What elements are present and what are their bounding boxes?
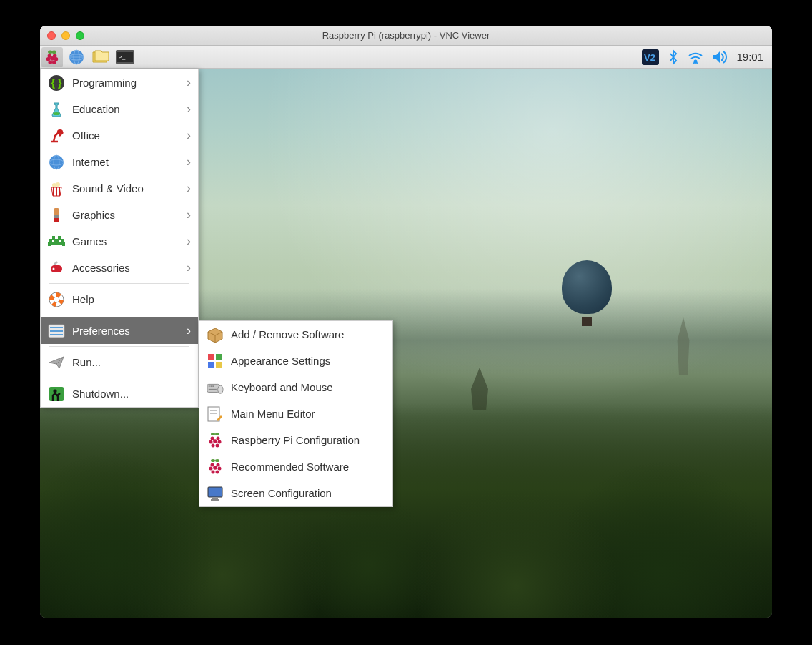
vnc-tray-icon[interactable]: V2 — [642, 49, 659, 65]
menu-item-help[interactable]: Help — [41, 286, 198, 312]
folder-icon — [92, 50, 109, 64]
svg-point-70 — [212, 443, 215, 447]
svg-rect-33 — [49, 239, 64, 245]
preferences-icon — [48, 322, 65, 340]
lamp-icon — [48, 127, 65, 144]
svg-rect-56 — [211, 385, 212, 387]
submenu-item-add-remove-software[interactable]: Add / Remove Software — [199, 321, 392, 348]
bluetooth-tray-icon[interactable] — [668, 49, 679, 65]
menu-item-label: Accessories — [72, 262, 130, 274]
terminal-icon: >_ — [116, 50, 134, 64]
submenu-item-recommended-software[interactable]: Recommended Software — [199, 453, 392, 480]
svg-rect-53 — [216, 362, 222, 368]
invader-icon — [48, 233, 65, 250]
keyboard-mouse-icon — [207, 379, 224, 396]
svg-point-22 — [57, 129, 63, 134]
menu-item-preferences[interactable]: Preferences — [41, 317, 198, 344]
svg-rect-36 — [52, 236, 55, 239]
submenu-item-screen-configuration[interactable]: Screen Configuration — [199, 480, 392, 506]
raspberry-icon — [207, 458, 224, 476]
start-menu-button[interactable] — [41, 47, 63, 67]
titlebar: Raspberry Pi (raspberrypi) - VNC Viewer — [40, 26, 772, 46]
submenu-item-main-menu-editor[interactable]: Main Menu Editor — [199, 400, 392, 427]
exit-icon — [48, 385, 65, 403]
taskbar: >_ V2 — [40, 46, 772, 69]
svg-point-71 — [216, 443, 219, 447]
menu-item-label: Sound & Video — [72, 182, 144, 195]
svg-rect-27 — [56, 187, 57, 196]
menu-item-label: Education — [72, 103, 120, 115]
menu-item-label: Preferences — [72, 325, 130, 337]
globe-icon — [48, 154, 65, 171]
menu-item-label: Run... — [72, 356, 101, 368]
wallpaper-balloon — [562, 260, 619, 339]
menu-item-shutdown[interactable]: Shutdown... — [41, 380, 198, 407]
minimize-window-button[interactable] — [61, 31, 70, 40]
editor-icon — [207, 405, 224, 423]
svg-point-23 — [49, 155, 64, 169]
svg-point-69 — [218, 440, 222, 443]
menu-item-label: Office — [72, 129, 100, 142]
submenu-item-label: Add / Remove Software — [231, 328, 344, 340]
svg-rect-34 — [48, 242, 51, 246]
terminal-launcher[interactable]: >_ — [114, 47, 136, 67]
swiss-knife-icon — [48, 260, 65, 277]
raspberry-icon — [207, 432, 224, 449]
zoom-window-button[interactable] — [76, 31, 84, 40]
menu-item-education[interactable]: Education — [41, 96, 198, 122]
submenu-item-appearance-settings[interactable]: Appearance Settings — [199, 348, 392, 374]
menu-item-label: Games — [72, 235, 107, 247]
svg-rect-35 — [62, 242, 65, 246]
svg-point-78 — [218, 466, 222, 470]
window-title: Raspberry Pi (raspberrypi) - VNC Viewer — [40, 30, 772, 41]
close-window-button[interactable] — [47, 31, 56, 40]
svg-point-80 — [216, 470, 219, 473]
svg-rect-28 — [59, 187, 60, 196]
svg-point-29 — [52, 183, 56, 187]
svg-point-66 — [217, 436, 220, 440]
submenu-item-raspberry-pi-configuration[interactable]: Raspberry Pi Configuration — [199, 427, 392, 453]
svg-point-63 — [211, 433, 215, 435]
svg-point-21 — [53, 112, 60, 115]
menu-item-label: Shutdown... — [72, 388, 129, 400]
menu-item-office[interactable]: Office — [41, 122, 198, 149]
menu-item-internet[interactable]: Internet — [41, 149, 198, 175]
svg-point-79 — [212, 470, 215, 473]
svg-point-0 — [48, 50, 52, 54]
svg-point-41 — [53, 267, 55, 270]
appearance-icon — [207, 353, 224, 370]
svg-point-75 — [217, 463, 220, 466]
preferences-submenu: Add / Remove Software Appearance Setting… — [199, 320, 393, 507]
svg-point-7 — [49, 60, 53, 64]
desktop[interactable]: >_ V2 — [40, 46, 772, 618]
svg-point-64 — [215, 433, 219, 435]
raspberry-icon — [44, 49, 60, 65]
menu-item-run[interactable]: Run... — [41, 349, 198, 375]
browser-launcher[interactable] — [66, 47, 87, 67]
volume-tray-icon[interactable] — [712, 50, 728, 64]
menu-item-programming[interactable]: { } Programming — [41, 69, 198, 96]
submenu-item-label: Main Menu Editor — [231, 408, 315, 420]
svg-point-72 — [211, 459, 215, 462]
svg-rect-55 — [209, 385, 210, 387]
svg-point-68 — [213, 439, 217, 443]
svg-point-6 — [54, 57, 59, 61]
svg-point-43 — [54, 297, 59, 302]
menu-item-accessories[interactable]: Accessories — [41, 255, 198, 281]
submenu-item-label: Keyboard and Mouse — [231, 381, 333, 393]
svg-point-59 — [218, 385, 223, 393]
submenu-item-keyboard-mouse[interactable]: Keyboard and Mouse — [199, 374, 392, 400]
flask-icon — [48, 101, 65, 118]
svg-rect-50 — [208, 354, 214, 360]
menu-item-games[interactable]: Games — [41, 228, 198, 255]
svg-point-8 — [52, 60, 56, 64]
svg-point-65 — [211, 436, 214, 440]
menu-item-graphics[interactable]: Graphics — [41, 202, 198, 228]
menu-item-sound-video[interactable]: Sound & Video — [41, 175, 198, 202]
svg-rect-83 — [211, 499, 219, 501]
clock[interactable]: 19:01 — [736, 51, 763, 63]
wifi-tray-icon[interactable] — [688, 50, 703, 64]
svg-rect-51 — [216, 354, 222, 360]
menu-item-label: Internet — [72, 156, 109, 168]
file-manager-launcher[interactable] — [90, 47, 112, 67]
